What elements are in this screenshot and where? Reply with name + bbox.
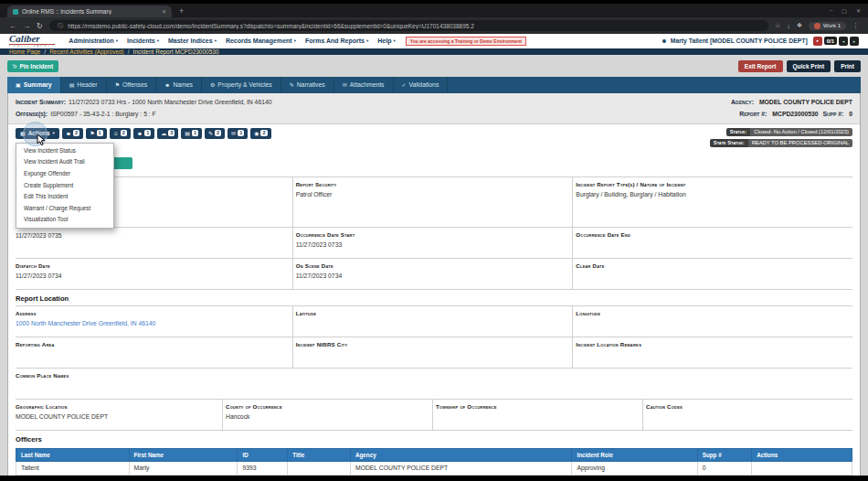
nav-administration[interactable]: Administration▾ bbox=[69, 37, 118, 44]
officers-header-row: Last Name First Name ID Title Agency Inc… bbox=[16, 448, 852, 461]
pin-incident-button[interactable]: ⚲ Pin Incident bbox=[7, 60, 58, 72]
new-tab-button[interactable]: + bbox=[179, 6, 184, 16]
cell-actions bbox=[752, 461, 852, 475]
forward-icon[interactable]: → bbox=[23, 22, 30, 30]
record-button[interactable]: ● bbox=[813, 37, 822, 46]
cloud-icon: ☁ bbox=[161, 130, 166, 136]
users-icon: ☻ bbox=[164, 82, 170, 88]
maximize-icon[interactable]: ▢ bbox=[842, 7, 847, 14]
breadcrumb: Home Page / Recent Activities (Approved)… bbox=[0, 48, 868, 55]
shortcut-narratives[interactable]: ▤1 bbox=[181, 128, 202, 139]
exit-report-button[interactable]: Exit Report bbox=[738, 60, 783, 72]
col-last-name: Last Name bbox=[16, 448, 130, 461]
tab-attachments[interactable]: ✉Attachments bbox=[334, 77, 394, 93]
document-icon: ▤ bbox=[185, 130, 190, 136]
cell-supp: 0 bbox=[697, 461, 751, 475]
browser-tab[interactable]: Online RMS :: Incidents Summary ✕ bbox=[7, 5, 172, 17]
field-geographic-location: Geographic Location MODEL COUNTY POLICE … bbox=[16, 400, 222, 430]
next-button[interactable]: ▸ bbox=[850, 37, 859, 46]
tab-validations[interactable]: ✓Validations bbox=[394, 77, 449, 93]
pencil-icon: ✎ bbox=[290, 81, 294, 88]
breadcrumb-home[interactable]: Home Page bbox=[9, 48, 40, 55]
tab-favicon-icon bbox=[13, 9, 18, 15]
quick-print-button[interactable]: Quick Print bbox=[787, 60, 831, 72]
shortcut-names[interactable]: ☺2 bbox=[110, 128, 131, 139]
nav-master-indices[interactable]: Master Indices▾ bbox=[168, 37, 217, 44]
field-common-place-names: Common Place Names bbox=[16, 369, 852, 399]
menu-item-warrant-charge-request[interactable]: Warrant / Charge Request bbox=[16, 203, 113, 215]
url-text: https://rmsdemo.public-safety-cloud.com/… bbox=[68, 23, 474, 29]
main-nav: Administration▾ Incidents▾ Master Indice… bbox=[69, 37, 395, 44]
gear-icon: ⚙ bbox=[210, 81, 215, 88]
field-report-security: Report Security Patrol Officer bbox=[292, 177, 573, 227]
shortcut-offenses[interactable]: ⚑1 bbox=[86, 128, 106, 139]
chevron-down-icon: ▾ bbox=[294, 38, 296, 43]
chevron-down-icon: ▾ bbox=[53, 131, 55, 135]
count-badge: 2 bbox=[73, 130, 79, 136]
state-status-badge: State Status:READY TO BE PROCESSED-ORIGI… bbox=[710, 139, 852, 147]
field-report-date: 11/27/2023 0735 bbox=[16, 228, 292, 258]
offenses-line: Offense(s):ISP00597 - 35-43-2-1 : Burgla… bbox=[16, 108, 156, 120]
officer-row: Tallent Marty 9393 MODEL COUNTY POLICE D… bbox=[16, 461, 852, 475]
shortcut-users[interactable]: ☻2 bbox=[62, 128, 83, 139]
avatar bbox=[814, 23, 820, 29]
bookmark-star-icon[interactable]: ☆ bbox=[775, 22, 780, 29]
menu-item-view-incident-status[interactable]: View Incident Status bbox=[16, 145, 113, 157]
nav-records-management[interactable]: Records Management▾ bbox=[226, 37, 296, 44]
count-badge: 3 bbox=[168, 130, 175, 136]
field-address: Address 1000 North Manchester Drive Gree… bbox=[16, 306, 292, 337]
cell-incident-role: Approving bbox=[572, 461, 697, 475]
browser-profile[interactable]: Work 1 bbox=[809, 22, 846, 30]
download-icon[interactable]: ↓ bbox=[787, 23, 790, 29]
field-clear-date: Clear Date bbox=[572, 259, 852, 289]
window-close-icon[interactable]: ✕ bbox=[856, 7, 861, 14]
tab-header[interactable]: ▤Header bbox=[61, 77, 107, 93]
tab-title: Online RMS :: Incidents Summary bbox=[22, 8, 158, 15]
tab-summary[interactable]: ▣Summary bbox=[7, 77, 61, 93]
nav-forms-and-reports[interactable]: Forms And Reports▾ bbox=[305, 37, 368, 44]
menu-item-expunge-offender[interactable]: Expunge Offender bbox=[16, 168, 113, 180]
tab-offenses[interactable]: ⚑Offenses bbox=[107, 77, 156, 93]
page-counter-widget: ● 0/1 ◂ ▸ bbox=[813, 37, 859, 46]
shortcut-persons[interactable]: ☻1 bbox=[133, 128, 154, 139]
approve-row: Approve Report bbox=[8, 151, 860, 176]
extensions-icon[interactable]: ❖ bbox=[797, 22, 802, 29]
prev-button[interactable]: ◂ bbox=[839, 37, 848, 46]
shortcut-property[interactable]: ☁3 bbox=[157, 128, 178, 139]
address-link[interactable]: 1000 North Manchester Drive Greenfield, … bbox=[16, 318, 287, 328]
tab-close-icon[interactable]: ✕ bbox=[162, 8, 166, 15]
field-on-scene-date: On Scene Date 11/27/2023 0734 bbox=[292, 259, 573, 289]
header-right: ☻ Marty Tallent [MODEL COUNTY POLICE DEP… bbox=[661, 37, 859, 46]
minimize-icon[interactable]: – bbox=[830, 7, 832, 14]
print-button[interactable]: Print bbox=[834, 60, 861, 72]
user-icon: ☻ bbox=[661, 37, 667, 44]
shortcut-validations[interactable]: ◉2 bbox=[250, 128, 270, 139]
tab-names[interactable]: ☻Names bbox=[156, 77, 202, 93]
menu-item-visualization-tool[interactable]: Visualization Tool bbox=[16, 214, 113, 226]
tab-property-vehicles[interactable]: ⚙Property & Vehicles bbox=[202, 77, 281, 93]
person-icon: ☻ bbox=[137, 131, 143, 136]
menu-item-edit-this-incident[interactable]: Edit This Incident bbox=[16, 191, 113, 203]
col-agency: Agency bbox=[350, 448, 571, 461]
pin-icon: ⚲ bbox=[11, 62, 18, 69]
back-icon[interactable]: ← bbox=[9, 22, 16, 30]
menu-item-view-incident-audit-trail[interactable]: View Incident Audit Trail bbox=[16, 156, 113, 168]
current-user[interactable]: ☻ Marty Tallent [MODEL COUNTY POLICE DEP… bbox=[661, 37, 807, 44]
browser-tab-strip: Online RMS :: Incidents Summary ✕ + – ▢ … bbox=[0, 4, 868, 17]
form-row: Address 1000 North Manchester Drive Gree… bbox=[16, 305, 852, 337]
letterbox-bottom bbox=[0, 476, 868, 481]
menu-item-create-supplement[interactable]: Create Supplement bbox=[16, 180, 113, 192]
address-bar[interactable]: ⓘ https://rmsdemo.public-safety-cloud.co… bbox=[49, 20, 768, 31]
shortcut-edits[interactable]: ✎2 bbox=[205, 128, 225, 139]
nav-help[interactable]: Help▾ bbox=[377, 37, 395, 44]
tab-narratives[interactable]: ✎Narratives bbox=[281, 77, 334, 93]
reload-icon[interactable]: ↻ bbox=[37, 22, 43, 30]
browser-menu-icon[interactable]: ⋮ bbox=[852, 22, 859, 29]
site-info-icon[interactable]: ⓘ bbox=[58, 22, 64, 30]
field-latitude: Latitude bbox=[292, 306, 573, 337]
shortcut-attachments[interactable]: ✉1 bbox=[228, 128, 248, 139]
breadcrumb-separator: / bbox=[128, 48, 130, 55]
nav-incidents[interactable]: Incidents▾ bbox=[127, 37, 159, 44]
breadcrumb-recent-activities[interactable]: Recent Activities (Approved) bbox=[49, 48, 124, 55]
actions-dropdown-button[interactable]: ▦ Actions ▾ bbox=[16, 128, 59, 139]
